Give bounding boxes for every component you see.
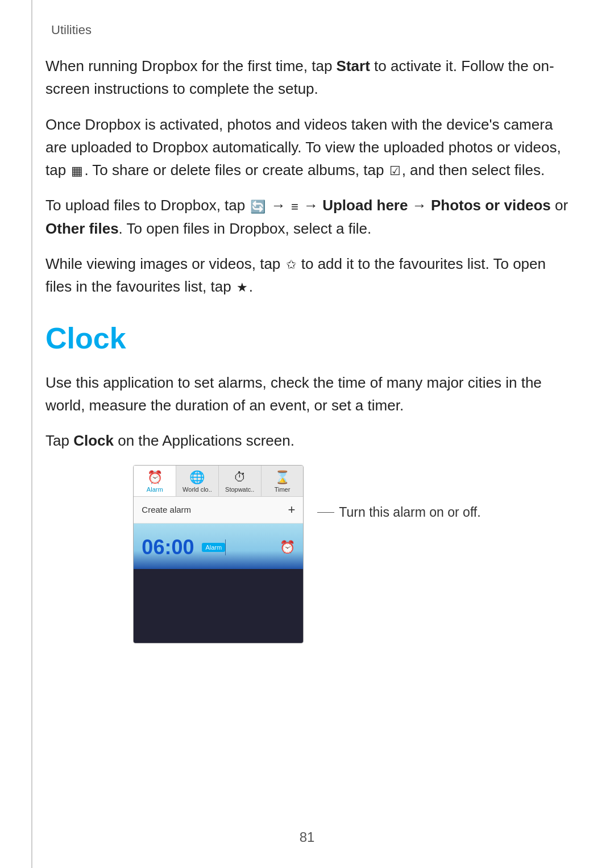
timer-tab-label: Timer [275,486,291,493]
alarm-dark-area [134,569,303,643]
annotation-container: Turn this alarm on or off. [317,465,480,520]
alarm-tab-icon: ⏰ [147,470,163,485]
timer-tab-icon: ⌛ [275,470,290,485]
tab-alarm[interactable]: ⏰ Alarm [134,466,176,496]
world-clock-tab-icon: 🌐 [189,470,205,485]
view-icon: ▦ [71,161,83,181]
paragraph-1: When running Dropbox for the first time,… [45,55,569,101]
tab-bar: ⏰ Alarm 🌐 World clo.. ⏱ Stopwatc.. ⌛ Tim… [134,466,303,497]
world-clock-tab-label: World clo.. [182,486,212,493]
stopwatch-tab-icon: ⏱ [234,470,246,485]
star-filled-icon: ★ [237,278,248,297]
paragraph-3: To upload files to Dropbox, tap 🔄 → ≡ → … [45,194,569,240]
phone-screenshot: ⏰ Alarm 🌐 World clo.. ⏱ Stopwatc.. ⌛ Tim… [133,465,304,643]
add-alarm-button[interactable]: + [288,502,296,517]
alarm-tab-label: Alarm [147,486,163,493]
paragraph-2: Once Dropbox is activated, photos and vi… [45,113,569,182]
clock-desc1: Use this application to set alarms, chec… [45,371,569,417]
annotation-dash [317,512,334,513]
menu-icon: ≡ [291,197,298,217]
create-alarm-label: Create alarm [142,505,191,514]
stopwatch-tab-label: Stopwatc.. [225,486,254,493]
tab-stopwatch[interactable]: ⏱ Stopwatc.. [219,466,262,496]
tab-world-clock[interactable]: 🌐 World clo.. [176,466,219,496]
paragraph-4: While viewing images or videos, tap ✩ to… [45,252,569,298]
clock-desc2: Tap Clock on the Applications screen. [45,429,569,452]
alarm-divider [225,539,226,555]
alarm-toggle-icon[interactable]: ⏰ [280,540,295,555]
annotation-line: Turn this alarm on or off. [317,505,480,520]
star-icon: ✩ [286,255,296,275]
screenshot-area: ⏰ Alarm 🌐 World clo.. ⏱ Stopwatc.. ⌛ Tim… [45,465,569,643]
page-number: 81 [0,829,614,845]
share-icon: ☑ [389,161,401,181]
clock-heading: Clock [45,321,569,355]
section-label: Utilities [45,23,569,38]
tab-timer[interactable]: ⌛ Timer [262,466,304,496]
alarm-badge: Alarm [202,543,225,552]
annotation-text: Turn this alarm on or off. [339,505,480,520]
dropbox-icon: 🔄 [250,197,265,217]
create-alarm-row[interactable]: Create alarm + [134,497,303,524]
alarm-time: 06:00 [142,535,194,559]
alarm-row[interactable]: 06:00 Alarm ⏰ [134,524,303,569]
